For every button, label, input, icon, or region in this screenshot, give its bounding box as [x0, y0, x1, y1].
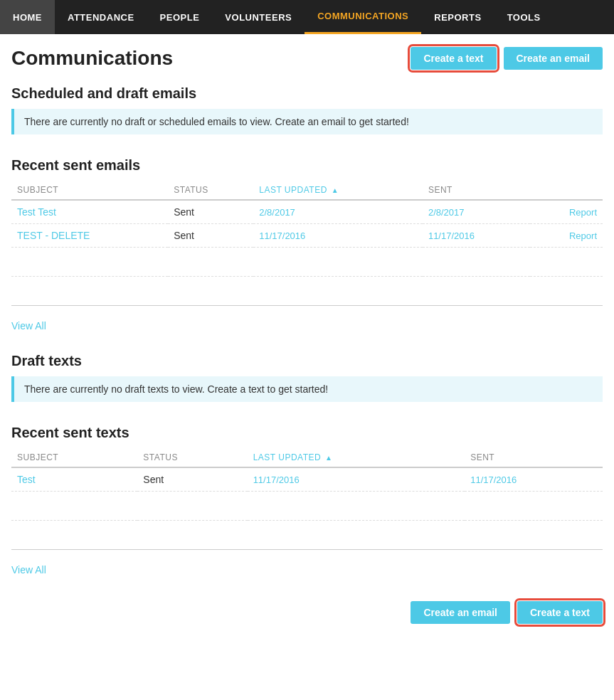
texts-sort-arrow-icon: ▲: [325, 454, 332, 462]
recent-emails-section: Recent sent emails SUBJECT STATUS LAST U…: [0, 150, 614, 313]
email-report-cell[interactable]: Report: [530, 200, 603, 224]
text-sent-cell: 11/17/2016: [465, 467, 603, 492]
text-col-status: STATUS: [137, 448, 247, 467]
scheduled-emails-section: Scheduled and draft emails There are cur…: [0, 78, 614, 150]
email-empty-row: [11, 277, 603, 306]
nav-communications[interactable]: COMMUNICATIONS: [305, 0, 421, 34]
email-col-sent: SENT: [423, 181, 530, 200]
email-table-row: TEST - DELETE Sent 11/17/2016 11/17/2016…: [11, 224, 603, 248]
create-email-button-bottom[interactable]: Create an email: [411, 601, 510, 624]
nav-people[interactable]: PEOPLE: [147, 0, 213, 34]
text-subject-cell: Test: [11, 467, 137, 492]
text-last-updated-cell: 11/17/2016: [248, 467, 465, 492]
create-email-button-top[interactable]: Create an email: [504, 47, 603, 70]
footer-buttons: Create an email Create a text: [0, 590, 614, 641]
text-col-last-updated: LAST UPDATED ▲: [248, 448, 465, 467]
view-all-texts-link[interactable]: View All: [11, 564, 46, 576]
nav-reports[interactable]: REPORTS: [421, 0, 494, 34]
email-col-subject: SUBJECT: [11, 181, 168, 200]
recent-texts-title: Recent sent texts: [11, 425, 603, 441]
text-col-subject: SUBJECT: [11, 448, 137, 467]
nav-tools[interactable]: TOOLS: [494, 0, 554, 34]
main-nav: HOME ATTENDANCE PEOPLE VOLUNTEERS COMMUN…: [0, 0, 614, 34]
sort-arrow-icon: ▲: [332, 186, 339, 194]
header-buttons: Create a text Create an email: [411, 47, 603, 70]
email-sent-cell: 2/8/2017: [423, 200, 530, 224]
email-report-cell[interactable]: Report: [530, 224, 603, 248]
email-empty-row: [11, 248, 603, 277]
email-subject-cell: Test Test: [11, 200, 168, 224]
email-subject-cell: TEST - DELETE: [11, 224, 168, 248]
email-last-updated-cell: 2/8/2017: [253, 200, 423, 224]
recent-emails-title: Recent sent emails: [11, 157, 603, 174]
nav-attendance[interactable]: ATTENDANCE: [55, 0, 147, 34]
scheduled-emails-empty: There are currently no draft or schedule…: [11, 109, 603, 134]
page-title: Communications: [11, 47, 173, 70]
draft-texts-title: Draft texts: [11, 353, 603, 369]
text-empty-row: [11, 492, 603, 521]
email-col-status: STATUS: [168, 181, 253, 200]
text-table-row: Test Sent 11/17/2016 11/17/2016: [11, 467, 603, 492]
email-col-action: [530, 181, 603, 200]
nav-home[interactable]: HOME: [0, 0, 55, 34]
recent-emails-table: SUBJECT STATUS LAST UPDATED ▲ SENT Test …: [11, 181, 603, 306]
recent-texts-section: Recent sent texts SUBJECT STATUS LAST UP…: [0, 418, 614, 557]
draft-texts-section: Draft texts There are currently no draft…: [0, 346, 614, 418]
text-col-sent: SENT: [465, 448, 603, 467]
email-last-updated-cell: 11/17/2016: [253, 224, 423, 248]
recent-emails-view-all: View All: [0, 313, 614, 346]
page-header: Communications Create a text Create an e…: [0, 34, 614, 78]
email-status-cell: Sent: [168, 200, 253, 224]
scheduled-emails-title: Scheduled and draft emails: [11, 85, 603, 102]
view-all-emails-link[interactable]: View All: [11, 320, 46, 332]
create-text-button-bottom[interactable]: Create a text: [517, 601, 603, 624]
draft-texts-empty: There are currently no draft texts to vi…: [11, 376, 603, 402]
text-status-cell: Sent: [137, 467, 247, 492]
email-status-cell: Sent: [168, 224, 253, 248]
text-empty-row: [11, 521, 603, 550]
recent-texts-view-all: View All: [0, 557, 614, 590]
nav-volunteers[interactable]: VOLUNTEERS: [212, 0, 305, 34]
email-table-row: Test Test Sent 2/8/2017 2/8/2017 Report: [11, 200, 603, 224]
recent-texts-table: SUBJECT STATUS LAST UPDATED ▲ SENT Test …: [11, 448, 603, 550]
email-col-last-updated: LAST UPDATED ▲: [253, 181, 423, 200]
email-sent-cell: 11/17/2016: [423, 224, 530, 248]
create-text-button-top[interactable]: Create a text: [411, 47, 496, 70]
